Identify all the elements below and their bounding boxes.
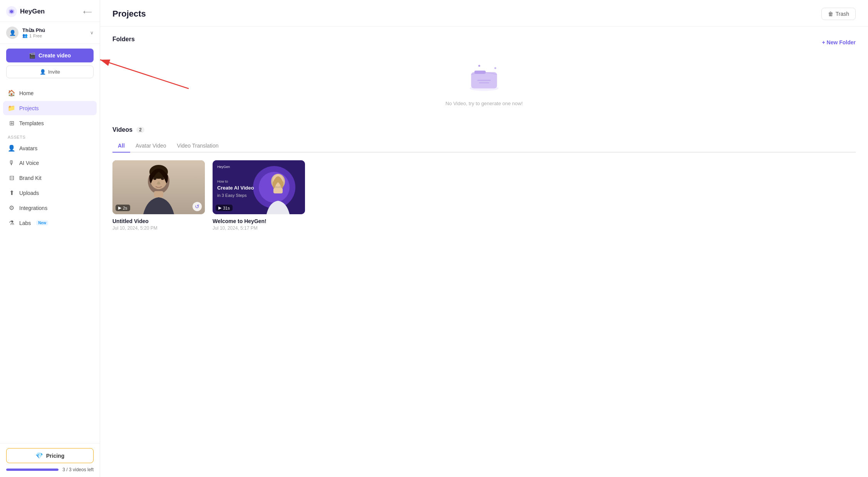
user-name: Thừa Phú xyxy=(22,27,45,33)
svg-text:in 3 Easy Steps: in 3 Easy Steps xyxy=(217,193,247,198)
trash-button[interactable]: 🗑 Trash xyxy=(821,8,856,20)
videos-left-label: 3 / 3 videos left xyxy=(62,467,94,472)
film-icon-2: ▶ xyxy=(218,205,221,210)
member-count: 1 xyxy=(29,34,32,38)
video-card-welcome[interactable]: HeyGen How to Create AI Video in 3 Easy … xyxy=(213,160,305,231)
sidebar-item-label-brand-kit: Brand Kit xyxy=(19,175,42,181)
user-details: Thừa Phú 👥 1 Free xyxy=(22,27,45,38)
pricing-button[interactable]: 💎 Pricing xyxy=(6,448,94,463)
main-content: Projects 🗑 Trash Folders + New Folder xyxy=(100,0,868,477)
invite-button[interactable]: 👤 Invite xyxy=(6,66,94,78)
collapse-icon: ⟵ xyxy=(83,8,92,15)
videos-title: Videos xyxy=(112,126,132,133)
sidebar-item-avatars[interactable]: 👤 Avatars xyxy=(3,141,97,155)
svg-text:How to: How to xyxy=(217,180,228,183)
svg-text:Create AI Video: Create AI Video xyxy=(217,185,254,191)
sidebar-item-label-avatars: Avatars xyxy=(19,145,37,151)
ai-voice-icon: 🎙 xyxy=(8,160,15,166)
svg-point-5 xyxy=(478,65,480,67)
sidebar-item-ai-voice[interactable]: 🎙 AI Voice xyxy=(3,156,97,170)
invite-person-icon: 👤 xyxy=(40,69,46,75)
user-avatar: 👤 xyxy=(6,27,18,39)
tab-video-translation[interactable]: Video Translation xyxy=(172,139,224,153)
video-thumbnail-welcome: HeyGen How to Create AI Video in 3 Easy … xyxy=(213,160,305,214)
projects-icon: 📁 xyxy=(8,104,15,112)
sidebar-item-integrations[interactable]: ⚙ Integrations xyxy=(3,201,97,215)
labs-new-badge: New xyxy=(36,220,48,225)
trash-label: Trash xyxy=(836,11,849,17)
folders-section: Folders + New Folder xyxy=(112,36,856,114)
folders-empty-text: No Video, try to generate one now! xyxy=(446,101,523,106)
video-date-welcome: Jul 10, 2024, 5:17 PM xyxy=(213,225,305,231)
sidebar-item-brand-kit[interactable]: ⊟ Brand Kit xyxy=(3,171,97,185)
new-folder-label: + New Folder xyxy=(822,39,856,45)
video-date-untitled: Jul 10, 2024, 5:20 PM xyxy=(112,225,205,231)
sidebar-item-label-ai-voice: AI Voice xyxy=(19,160,39,166)
user-section[interactable]: 👤 Thừa Phú 👥 1 Free ∨ xyxy=(0,22,100,44)
duration-text-welcome: 31s xyxy=(223,206,230,210)
create-video-icon: 🎬 xyxy=(29,52,35,59)
chevron-down-icon: ∨ xyxy=(90,30,94,35)
labs-icon: ⚗ xyxy=(8,219,15,227)
video-duration-welcome: ▶ 31s xyxy=(216,205,233,211)
sidebar-item-label-templates: Templates xyxy=(19,120,44,126)
sync-icon: ↺ xyxy=(195,203,199,210)
avatar-icon: 👤 xyxy=(9,30,16,36)
video-processing-icon-untitled: ↺ xyxy=(193,202,202,211)
pricing-label: Pricing xyxy=(46,453,64,459)
svg-point-14 xyxy=(153,178,156,180)
new-folder-button[interactable]: + New Folder xyxy=(822,39,856,45)
videos-section: Videos 2 All Avatar Video Video Translat… xyxy=(112,126,856,231)
videos-grid: ▶ 2s ↺ Untitled Video Jul 10, 2024, 5:20… xyxy=(112,160,856,231)
videos-header: Videos 2 xyxy=(112,126,856,133)
avatars-icon: 👤 xyxy=(8,144,15,152)
folders-title: Folders xyxy=(112,36,135,43)
user-meta: 👥 1 Free xyxy=(22,33,45,38)
videos-count-badge: 2 xyxy=(136,127,144,133)
sidebar-item-home[interactable]: 🏠 Home xyxy=(3,86,97,100)
folders-empty-state: No Video, try to generate one now! xyxy=(112,52,856,114)
sidebar-item-label-home: Home xyxy=(19,90,34,96)
film-icon: ▶ xyxy=(118,205,121,210)
sidebar: HeyGen ⟵ 👤 Thừa Phú 👥 1 Free ∨ 🎬 xyxy=(0,0,100,477)
sidebar-actions: 🎬 Create video 👤 Invite xyxy=(0,44,100,83)
plan-badge: Free xyxy=(33,34,42,38)
video-name-untitled: Untitled Video xyxy=(112,218,205,224)
integrations-icon: ⚙ xyxy=(8,204,15,212)
create-video-button[interactable]: 🎬 Create video xyxy=(6,49,94,62)
logo-area: HeyGen xyxy=(6,6,45,17)
tab-avatar-video[interactable]: Avatar Video xyxy=(130,139,172,153)
folders-header-row: Folders + New Folder xyxy=(112,36,856,49)
brand-kit-icon: ⊟ xyxy=(8,174,15,181)
trash-icon: 🗑 xyxy=(828,11,833,17)
app-name: HeyGen xyxy=(20,8,45,15)
svg-rect-16 xyxy=(154,191,163,197)
sidebar-header: HeyGen ⟵ xyxy=(0,0,100,22)
sidebar-item-uploads[interactable]: ⬆ Uploads xyxy=(3,186,97,200)
sidebar-item-projects[interactable]: 📁 Projects xyxy=(3,101,97,115)
templates-icon: ⊞ xyxy=(8,119,15,127)
tab-all[interactable]: All xyxy=(112,139,130,153)
videos-left-section: 3 / 3 videos left xyxy=(6,467,94,472)
videos-progress-fill xyxy=(6,469,59,471)
sidebar-nav: 🏠 Home 📁 Projects ⊞ Templates Assets 👤 A… xyxy=(0,83,100,443)
uploads-icon: ⬆ xyxy=(8,189,15,197)
heygen-logo-icon xyxy=(6,6,17,17)
video-name-welcome: Welcome to HeyGen! xyxy=(213,218,305,224)
video-card-untitled[interactable]: ▶ 2s ↺ Untitled Video Jul 10, 2024, 5:20… xyxy=(112,160,205,231)
collapse-sidebar-button[interactable]: ⟵ xyxy=(82,7,94,17)
user-info: 👤 Thừa Phú 👥 1 Free xyxy=(6,27,45,39)
svg-rect-4 xyxy=(474,71,486,74)
sidebar-item-label-projects: Projects xyxy=(19,105,39,111)
svg-point-15 xyxy=(161,178,164,180)
assets-label: Assets xyxy=(3,132,97,141)
videos-tabs: All Avatar Video Video Translation xyxy=(112,139,856,153)
sidebar-item-templates[interactable]: ⊞ Templates xyxy=(3,116,97,130)
sidebar-item-labs[interactable]: ⚗ Labs New xyxy=(3,216,97,230)
video-thumbnail-untitled: ▶ 2s ↺ xyxy=(112,160,205,214)
main-header: Projects 🗑 Trash xyxy=(100,0,868,27)
sidebar-item-label-uploads: Uploads xyxy=(19,190,39,196)
sidebar-item-label-integrations: Integrations xyxy=(19,205,47,211)
sidebar-item-label-labs: Labs xyxy=(19,220,31,226)
empty-folders-illustration xyxy=(465,60,503,94)
